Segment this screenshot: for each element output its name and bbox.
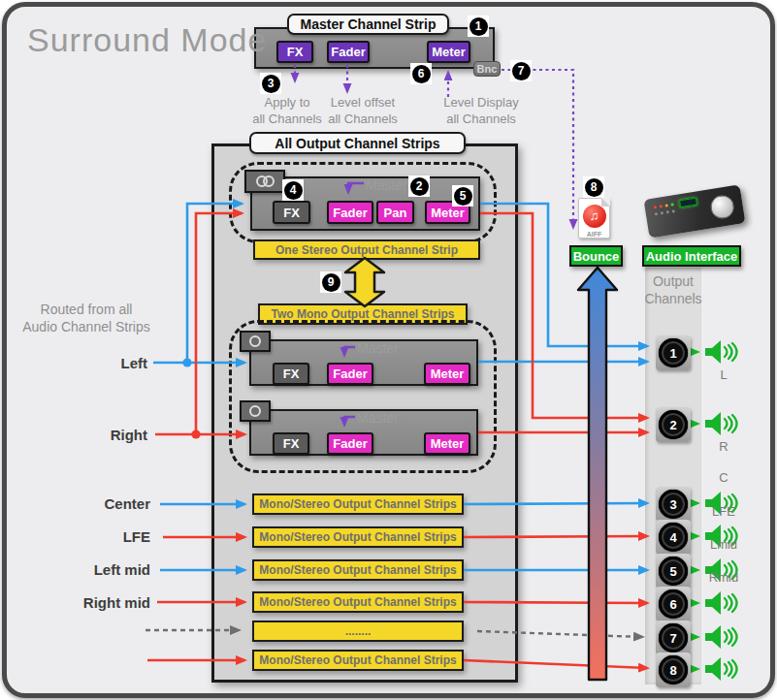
badge-9: 9 [320,271,341,293]
badge-1: 1 [468,16,489,37]
speaker-label-l: L [701,367,746,382]
caption-level-offset: Level offset all Channels [312,94,413,127]
routed-from-label: Routed from all Audio Channel Strips [17,301,155,335]
output-strip-row: Mono/Stereo Output Channel Strips [252,526,464,548]
output-channels-label: Output Channels [640,272,706,307]
mono-format-icon-1 [240,331,271,352]
badge-4: 4 [282,179,304,201]
output-jack-3: 3 [656,487,691,522]
stereo-fader-button: Fader [327,201,373,224]
input-label-center: Center [34,495,150,512]
all-output-strips-title: All Output Channel Strips [249,132,466,154]
stereo-master-label: Master [366,177,407,193]
bounce-label: Bounce [569,245,623,267]
mono2-meter-button: Meter [424,432,470,455]
aiff-file-icon: ♫ AIFF [578,198,610,239]
speaker-label-lmid: Lmid [701,537,746,552]
mono1-fx-button: FX [273,363,309,385]
caption-level-display: Level Display all Channels [427,94,535,127]
mono1-master-label: Master [357,340,399,356]
input-label-right: Right [31,427,147,443]
input-label-left: Left [31,355,147,371]
page-title: Surround Mode [27,21,267,59]
aiff-file-label: AIFF [579,231,609,238]
speaker-label-lfe: LFE [701,504,746,519]
master-fx-button: FX [276,41,313,63]
output-strip-row: Mono/Stereo Output Channel Strips [252,559,464,581]
input-label-lfe: LFE [34,528,150,545]
output-strip-row: Mono/Stereo Output Channel Strips [252,650,464,671]
output-jack-1: 1 [656,335,691,370]
badge-8: 8 [583,176,604,198]
master-fader-button: Fader [327,41,370,63]
output-jack-6: 6 [656,587,691,621]
output-strip-row: Mono/Stereo Output Channel Strips [252,591,464,613]
badge-3: 3 [260,73,281,94]
input-label-right-mid: Right mid [34,594,150,611]
output-jack-2: 2 [656,407,691,442]
one-stereo-strip-caption: One Stereo Output Channel Strip [253,239,480,260]
badge-6: 6 [410,63,432,84]
mono-format-icon-2 [240,400,271,422]
mono-circle-icon [249,335,261,347]
speaker-label-rmid: Rmid [701,570,746,585]
audio-interface-body [643,184,745,238]
output-jack-5: 5 [656,554,691,589]
output-jack-4: 4 [656,520,691,555]
output-strip-row: Mono/Stereo Output Channel Strips [252,493,464,515]
master-meter-button: Meter [427,41,470,63]
music-note-icon: ♫ [583,205,606,228]
stereo-fx-button: FX [273,201,310,224]
mono-circle-icon [249,405,261,417]
device-display-icon [679,198,697,208]
badge-7: 7 [510,60,532,81]
page-fold-icon [601,198,610,207]
input-label-left-mid: Left mid [34,561,150,578]
output-strip-row-ellipsis: ........ [252,620,464,642]
speaker-label-r: R [701,439,746,454]
badge-2: 2 [408,175,430,197]
badge-5: 5 [452,185,473,207]
led-lights-icon [654,206,657,208]
stereo-circle-right-icon [263,175,275,187]
speaker-label-c: C [701,470,746,485]
mono1-fader-button: Fader [327,363,373,385]
audio-interface-device [638,180,751,242]
mono1-meter-button: Meter [424,363,470,385]
volume-knob-icon [709,194,735,220]
mono2-master-label: Master [357,410,399,426]
output-jack-7: 7 [656,620,691,655]
bounce-bnc-button: Bnc [473,61,501,77]
output-jack-8: 8 [656,652,691,687]
surround-mode-diagram: Surround Mode Master Channel Strip FX Fa… [0,0,777,700]
stereo-format-icon [244,170,285,193]
mono2-fader-button: Fader [327,432,373,455]
stereo-pan-button: Pan [376,201,414,224]
master-strip-title: Master Channel Strip [287,14,449,35]
mono2-fx-button: FX [273,432,309,455]
audio-interface-label: Audio Interface [642,245,741,267]
